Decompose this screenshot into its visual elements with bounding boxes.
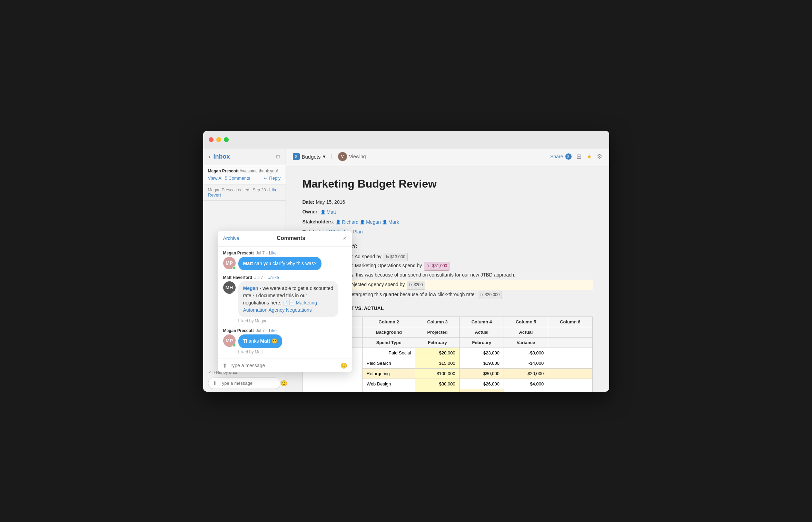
- variance-cell: -$50,000: [504, 389, 548, 392]
- messages-list: Megan Prescott Jul 7 · Like MP Matt can …: [218, 247, 352, 359]
- spend-type-cell: Retargeting: [362, 369, 415, 379]
- unlike-action[interactable]: Unlike: [267, 275, 279, 280]
- extra-cell: [548, 358, 592, 369]
- sidebar-title: Inbox: [214, 153, 230, 160]
- maximize-button[interactable]: [224, 137, 229, 142]
- close-popup-button[interactable]: ×: [343, 235, 347, 242]
- bubble-row: MP Matt can you clarify why this was?: [223, 257, 347, 271]
- avatar: MP: [223, 334, 236, 347]
- formula-badge: fx $13,000: [384, 253, 408, 262]
- message-item: Matt Haverford Jul 7 · Unlike MH Megan -…: [223, 275, 347, 323]
- minimize-button[interactable]: [216, 137, 221, 142]
- popup-title: Comments: [239, 235, 343, 241]
- owner-tag[interactable]: Matt: [320, 207, 336, 217]
- online-indicator: [232, 344, 236, 347]
- edit-note: Megan Prescott edited · Sep 20 · Like · …: [203, 184, 286, 201]
- message-bubble: Megan - we were able to get a discounted…: [238, 281, 338, 317]
- spend-type-cell: Web Design: [362, 379, 415, 389]
- back-arrow-icon[interactable]: ‹: [209, 153, 211, 160]
- chevron-down-icon: ▾: [323, 153, 326, 160]
- extra-cell: [548, 379, 592, 389]
- col-subheader: [548, 327, 592, 338]
- col-subheader: Background: [362, 327, 415, 338]
- collapse-sidebar-button[interactable]: ⊡: [276, 154, 280, 159]
- star-icon[interactable]: ★: [586, 153, 592, 160]
- avatar: MH: [223, 281, 236, 294]
- stakeholder-mark[interactable]: Mark: [382, 217, 399, 227]
- like-action[interactable]: Like: [269, 328, 277, 333]
- doc-link[interactable]: 📄 Marketing Automation Agency Negotation…: [243, 300, 317, 313]
- col-header: Column 2: [362, 317, 415, 327]
- col-header: Column 3: [415, 317, 459, 327]
- layout-icon[interactable]: ⊞: [576, 153, 582, 160]
- budget-owner-cell: Mark: [303, 389, 362, 392]
- col-subheader: Actual: [504, 327, 548, 338]
- message-item: Megan Prescott Jul 7 · Like MP Thanks Ma…: [223, 328, 347, 354]
- row-header: February: [415, 338, 459, 348]
- app-window: ‹ Inbox ⊡ Megan Prescott Awesome thank y…: [203, 131, 609, 392]
- comments-popup: Archive Comments × Megan Prescott Jul 7 …: [218, 231, 352, 372]
- close-button[interactable]: [209, 137, 214, 142]
- emoji-icon[interactable]: 🙂: [280, 380, 287, 387]
- formula-badge: fx $200: [407, 281, 425, 290]
- reply-button[interactable]: ↩ Reply: [264, 175, 280, 181]
- send-icon[interactable]: ⬆: [212, 380, 217, 387]
- variance-cell: $20,000: [504, 369, 548, 379]
- bubble-row: MP Thanks Matt 😊: [223, 334, 347, 348]
- comment-author: Megan Prescott Awesome thank you!: [208, 169, 281, 173]
- doc-title: Marketing Budget Review: [303, 178, 593, 190]
- message-meta: Matt Haverford Jul 7 · Unlike: [223, 275, 347, 280]
- col-header: Column 4: [459, 317, 504, 327]
- view-all-comments-link[interactable]: View All 5 Comments: [208, 175, 250, 181]
- projected-cell: $30,000: [415, 389, 459, 392]
- titlebar: [203, 131, 609, 149]
- comment-text-preview: Awesome thank you!: [240, 169, 278, 173]
- formula-badge: fx $20,000: [478, 291, 502, 300]
- like-link[interactable]: Like: [269, 187, 278, 192]
- message-item: Megan Prescott Jul 7 · Like MP Matt can …: [223, 251, 347, 271]
- online-indicator: [232, 291, 236, 294]
- row-header: Spend Type: [362, 338, 415, 348]
- spend-type-cell: Paid Social: [362, 348, 415, 358]
- extra-cell: [548, 369, 592, 379]
- toolbar-divider: |: [331, 153, 333, 160]
- like-action[interactable]: Like: [269, 251, 277, 255]
- comment-actions: View All 5 Comments ↩ Reply: [208, 175, 281, 181]
- revert-link[interactable]: Revert: [208, 192, 221, 198]
- liked-by: Liked by Matt: [238, 350, 347, 354]
- extra-cell: [548, 348, 592, 358]
- online-indicator: [232, 266, 236, 269]
- stakeholder-richard[interactable]: Richard: [336, 217, 358, 227]
- variance-cell: -$4,000: [504, 358, 548, 369]
- stakeholder-megan[interactable]: Megan: [360, 217, 381, 227]
- bubble-row: MH Megan - we were able to get a discoun…: [223, 281, 347, 317]
- sidebar-message-input[interactable]: [220, 381, 278, 386]
- send-icon[interactable]: ⬆: [222, 362, 227, 369]
- settings-icon[interactable]: ⚙: [597, 153, 602, 160]
- comment-preview-item: Megan Prescott Awesome thank you! View A…: [203, 165, 286, 184]
- viewing-label: Viewing: [349, 154, 366, 159]
- variance-cell: $4,000: [504, 379, 548, 389]
- popup-message-input[interactable]: [230, 363, 338, 368]
- actual-cell: $80,000: [459, 389, 504, 392]
- table-row: Mark Positioning $30,000 $80,000 -$50,00…: [303, 389, 592, 392]
- col-subheader: Actual: [459, 327, 504, 338]
- col-header: Column 6: [548, 317, 592, 327]
- actual-cell: $19,000: [459, 358, 504, 369]
- archive-button[interactable]: Archive: [223, 235, 239, 241]
- actual-cell: $23,000: [459, 348, 504, 358]
- message-bubble: Matt can you clarify why this was?: [238, 257, 321, 271]
- col-subheader: Projected: [415, 327, 459, 338]
- popup-header: Archive Comments ×: [218, 231, 352, 247]
- message-meta: Megan Prescott Jul 7 · Like: [223, 328, 347, 333]
- budget-selector[interactable]: $ Budgets ▾: [293, 153, 326, 160]
- avatar: MP: [223, 257, 236, 269]
- col-header: Column 5: [504, 317, 548, 327]
- actual-cell: $80,000: [459, 369, 504, 379]
- emoji-icon[interactable]: 🙂: [340, 362, 347, 369]
- budget-icon: $: [293, 153, 300, 160]
- window-body: ‹ Inbox ⊡ Megan Prescott Awesome thank y…: [203, 149, 609, 392]
- sidebar-header: ‹ Inbox ⊡: [203, 149, 286, 165]
- share-button[interactable]: Share 8: [550, 153, 571, 160]
- viewing-indicator: V Viewing: [338, 152, 366, 161]
